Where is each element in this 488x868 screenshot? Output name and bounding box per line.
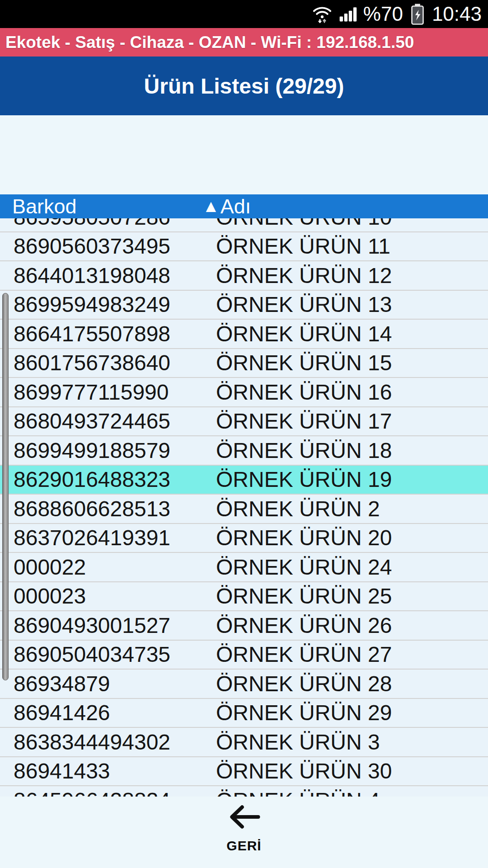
row-barcode: 000022 bbox=[0, 555, 216, 580]
row-barcode: 8690504034735 bbox=[0, 642, 216, 667]
table-row[interactable]: 86934879 ÖRNEK ÜRÜN 28 bbox=[0, 670, 488, 699]
row-name: ÖRNEK ÜRÜN 20 bbox=[216, 525, 488, 550]
row-barcode: 8699594983249 bbox=[0, 292, 216, 317]
row-name: ÖRNEK ÜRÜN 3 bbox=[216, 730, 488, 755]
app-header: Ürün Listesi (29/29) bbox=[0, 57, 488, 115]
row-barcode: 86941433 bbox=[0, 759, 216, 783]
battery-percent: %70 bbox=[363, 0, 403, 28]
cell-signal-icon bbox=[338, 4, 358, 24]
row-name: ÖRNEK ÜRÜN 27 bbox=[216, 642, 488, 667]
row-barcode: 8680493724465 bbox=[0, 409, 216, 434]
row-barcode: 8699777115990 bbox=[0, 380, 216, 405]
table-row[interactable]: 8629016488323 ÖRNEK ÜRÜN 19 bbox=[0, 466, 488, 495]
row-name: ÖRNEK ÜRÜN 28 bbox=[216, 671, 488, 696]
row-name: ÖRNEK ÜRÜN 11 bbox=[216, 234, 488, 259]
table-row[interactable]: 000022 ÖRNEK ÜRÜN 24 bbox=[0, 553, 488, 582]
row-name: ÖRNEK ÜRÜN 24 bbox=[216, 555, 488, 580]
page-title: Ürün Listesi (29/29) bbox=[0, 57, 488, 115]
row-barcode: 8664175507898 bbox=[0, 321, 216, 346]
product-table-body: 8659580507286 ÖRNEK ÜRÜN 10 869056037349… bbox=[0, 218, 488, 797]
row-name: ÖRNEK ÜRÜN 30 bbox=[216, 759, 488, 783]
row-barcode: 8688606628513 bbox=[0, 496, 216, 521]
row-name: ÖRNEK ÜRÜN 12 bbox=[216, 263, 488, 288]
row-name: ÖRNEK ÜRÜN 13 bbox=[216, 292, 488, 317]
row-barcode: 8637026419391 bbox=[0, 525, 216, 550]
row-name: ÖRNEK ÜRÜN 15 bbox=[216, 350, 488, 375]
product-list-screen: %70 10:43 Ekotek - Satış - Cihaza - OZAN… bbox=[0, 0, 488, 868]
connection-banner-text: Ekotek - Satış - Cihaza - OZAN - Wi-Fi :… bbox=[5, 33, 414, 52]
row-barcode: 8629016488323 bbox=[0, 467, 216, 492]
column-header-name[interactable]: ▲ Adı bbox=[202, 195, 251, 218]
row-name: ÖRNEK ÜRÜN 2 bbox=[216, 496, 488, 521]
row-barcode: 8659580507286 bbox=[0, 218, 216, 230]
row-barcode: 000023 bbox=[0, 584, 216, 609]
table-row[interactable]: 8690504034735 ÖRNEK ÜRÜN 27 bbox=[0, 641, 488, 670]
row-barcode: 86934879 bbox=[0, 671, 216, 696]
list-scrollbar-thumb[interactable] bbox=[2, 293, 9, 680]
row-name: ÖRNEK ÜRÜN 19 bbox=[216, 467, 488, 492]
clock: 10:43 bbox=[432, 0, 482, 28]
table-row[interactable]: 8644013198048 ÖRNEK ÜRÜN 12 bbox=[0, 261, 488, 291]
sort-ascending-icon: ▲ bbox=[202, 197, 220, 216]
search-band: Adı X ARA bbox=[0, 115, 488, 194]
row-barcode: 8638344494302 bbox=[0, 730, 216, 755]
battery-charging-icon bbox=[408, 3, 427, 25]
table-row[interactable]: 8690560373495 ÖRNEK ÜRÜN 11 bbox=[0, 232, 488, 262]
row-name: ÖRNEK ÜRÜN 16 bbox=[216, 380, 488, 405]
table-row[interactable]: 8699594983249 ÖRNEK ÜRÜN 13 bbox=[0, 291, 488, 320]
table-row[interactable]: 8688606628513 ÖRNEK ÜRÜN 2 bbox=[0, 495, 488, 524]
row-barcode: 8645966428824 bbox=[0, 788, 216, 797]
row-barcode: 8601756738640 bbox=[0, 350, 216, 375]
row-name: ÖRNEK ÜRÜN 26 bbox=[216, 613, 488, 638]
row-barcode: 86941426 bbox=[0, 700, 216, 725]
table-row[interactable]: 8601756738640 ÖRNEK ÜRÜN 15 bbox=[0, 349, 488, 378]
row-name: ÖRNEK ÜRÜN 10 bbox=[216, 218, 488, 230]
table-row[interactable]: 8659580507286 ÖRNEK ÜRÜN 10 bbox=[0, 218, 488, 232]
table-row[interactable]: 86941426 ÖRNEK ÜRÜN 29 bbox=[0, 699, 488, 728]
wifi-arrows-icon bbox=[312, 4, 333, 24]
back-button-label: GERİ bbox=[0, 838, 488, 854]
row-barcode: 8644013198048 bbox=[0, 263, 216, 288]
row-name: ÖRNEK ÜRÜN 17 bbox=[216, 409, 488, 434]
row-name: ÖRNEK ÜRÜN 29 bbox=[216, 700, 488, 725]
row-name: ÖRNEK ÜRÜN 25 bbox=[216, 584, 488, 609]
row-barcode: 8690493001527 bbox=[0, 613, 216, 638]
table-row[interactable]: 8690493001527 ÖRNEK ÜRÜN 26 bbox=[0, 611, 488, 641]
column-header-name-label: Adı bbox=[221, 195, 251, 218]
table-row[interactable]: 8637026419391 ÖRNEK ÜRÜN 20 bbox=[0, 524, 488, 553]
row-name: ÖRNEK ÜRÜN 18 bbox=[216, 438, 488, 463]
table-row[interactable]: 8680493724465 ÖRNEK ÜRÜN 17 bbox=[0, 407, 488, 437]
table-row[interactable]: 8645966428824 ÖRNEK ÜRÜN 4 bbox=[0, 786, 488, 797]
table-row[interactable]: 8699777115990 ÖRNEK ÜRÜN 16 bbox=[0, 378, 488, 407]
table-header: Barkod ▲ Adı bbox=[0, 194, 488, 218]
status-bar: %70 10:43 bbox=[0, 0, 488, 28]
table-row[interactable]: 8638344494302 ÖRNEK ÜRÜN 3 bbox=[0, 728, 488, 757]
table-row[interactable]: 000023 ÖRNEK ÜRÜN 25 bbox=[0, 582, 488, 612]
row-name: ÖRNEK ÜRÜN 4 bbox=[216, 788, 488, 797]
arrow-left-icon bbox=[224, 801, 264, 833]
row-barcode: 8690560373495 bbox=[0, 234, 216, 259]
footer-bar: GERİ bbox=[0, 797, 488, 868]
table-row[interactable]: 8664175507898 ÖRNEK ÜRÜN 14 bbox=[0, 320, 488, 349]
table-row[interactable]: 86941433 ÖRNEK ÜRÜN 30 bbox=[0, 757, 488, 787]
table-row[interactable]: 8699499188579 ÖRNEK ÜRÜN 18 bbox=[0, 436, 488, 466]
column-header-barcode[interactable]: Barkod bbox=[0, 195, 202, 218]
row-name: ÖRNEK ÜRÜN 14 bbox=[216, 321, 488, 346]
back-button[interactable]: GERİ bbox=[0, 801, 488, 854]
row-barcode: 8699499188579 bbox=[0, 438, 216, 463]
connection-banner: Ekotek - Satış - Cihaza - OZAN - Wi-Fi :… bbox=[0, 28, 488, 57]
